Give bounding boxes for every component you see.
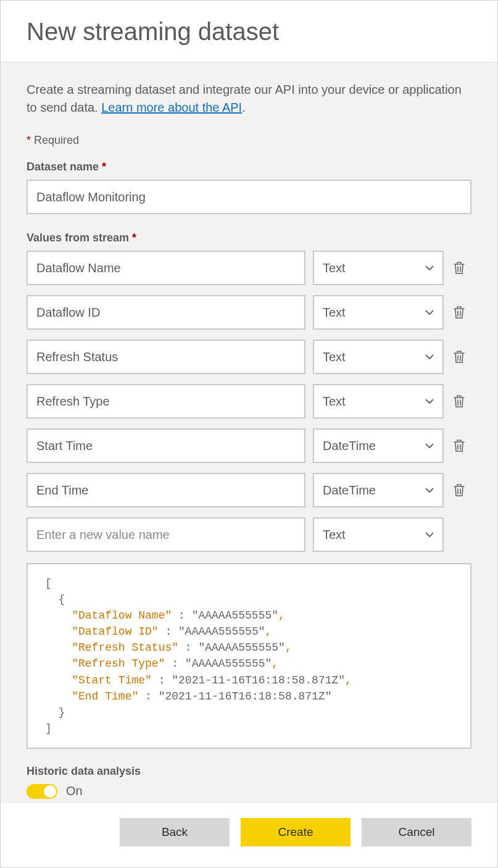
new-stream-value-type-select[interactable]: Text <box>313 517 444 552</box>
create-button[interactable]: Create <box>241 818 351 846</box>
required-legend: * Required <box>27 134 471 147</box>
historic-toggle-row: On <box>27 784 471 799</box>
historic-toggle[interactable] <box>27 784 57 799</box>
historic-analysis-label: Historic data analysis <box>27 765 471 778</box>
chevron-down-icon <box>425 354 434 360</box>
back-button[interactable]: Back <box>120 818 230 846</box>
stream-value-type-select[interactable]: DateTime <box>313 428 444 463</box>
select-value: Text <box>323 394 346 409</box>
stream-value-type-select[interactable]: Text <box>313 384 444 419</box>
chevron-down-icon <box>425 265 434 271</box>
select-value: Text <box>323 261 346 275</box>
required-label: Required <box>34 134 79 146</box>
stream-value-name-input[interactable] <box>27 340 305 374</box>
select-value: Text <box>323 528 346 542</box>
trash-icon <box>453 483 465 498</box>
dataset-name-input[interactable] <box>27 180 471 214</box>
select-value: DateTime <box>323 483 376 498</box>
stream-value-name-input[interactable] <box>27 428 305 463</box>
stream-value-row: Text <box>27 384 471 419</box>
dataset-name-label-text: Dataset name <box>27 161 99 173</box>
select-value: Text <box>323 350 346 364</box>
required-asterisk: * <box>132 232 136 244</box>
required-asterisk: * <box>27 134 31 146</box>
select-value: Text <box>323 306 346 320</box>
page-title: New streaming dataset <box>27 18 471 46</box>
intro-period: . <box>242 101 246 114</box>
stream-value-row: DateTime <box>27 428 471 463</box>
chevron-down-icon <box>425 532 434 538</box>
stream-value-name-input[interactable] <box>27 384 305 419</box>
stream-values-list: TextTextTextTextDateTimeDateTimeText <box>27 251 471 552</box>
stream-value-new-row: Text <box>27 517 471 552</box>
trash-icon <box>453 349 465 364</box>
trash-icon <box>453 438 465 453</box>
required-asterisk: * <box>102 161 106 173</box>
stream-value-row: Text <box>27 340 471 374</box>
stream-value-row: Text <box>27 295 471 330</box>
json-preview: [ { "Dataflow Name" : "AAAAA555555", "Da… <box>27 563 471 749</box>
trash-icon <box>453 261 465 275</box>
delete-stream-value-button[interactable] <box>451 438 467 453</box>
stream-value-name-input[interactable] <box>27 251 305 285</box>
intro-paragraph: Create a streaming dataset and integrate… <box>27 81 471 117</box>
dialog-body: Create a streaming dataset and integrate… <box>1 62 497 803</box>
new-stream-value-input[interactable] <box>27 517 305 552</box>
select-value: DateTime <box>323 439 376 453</box>
historic-toggle-state: On <box>66 784 83 798</box>
stream-value-name-input[interactable] <box>27 295 305 330</box>
delete-stream-value-button[interactable] <box>451 261 467 275</box>
toggle-knob <box>44 785 56 798</box>
cancel-button[interactable]: Cancel <box>362 818 471 846</box>
delete-stream-value-button[interactable] <box>451 483 467 498</box>
delete-stream-value-button[interactable] <box>451 349 467 364</box>
dataset-name-label: Dataset name * <box>27 161 471 173</box>
stream-value-row: DateTime <box>27 473 471 507</box>
chevron-down-icon <box>425 310 434 315</box>
learn-more-link[interactable]: Learn more about the API <box>101 101 242 114</box>
stream-value-row: Text <box>27 251 471 285</box>
stream-value-type-select[interactable]: Text <box>313 340 444 374</box>
trash-icon <box>453 394 465 409</box>
delete-stream-value-button[interactable] <box>451 305 467 320</box>
stream-value-type-select[interactable]: Text <box>313 251 444 285</box>
dialog-header: New streaming dataset <box>1 1 497 62</box>
chevron-down-icon <box>425 443 434 449</box>
chevron-down-icon <box>425 399 434 404</box>
stream-value-type-select[interactable]: Text <box>313 295 444 330</box>
stream-value-name-input[interactable] <box>27 473 305 507</box>
dialog-footer: Back Create Cancel <box>1 803 497 867</box>
delete-stream-value-button[interactable] <box>451 394 467 409</box>
values-label-text: Values from stream <box>27 232 129 244</box>
values-from-stream-label: Values from stream * <box>27 232 471 244</box>
stream-value-type-select[interactable]: DateTime <box>313 473 444 507</box>
chevron-down-icon <box>425 488 434 493</box>
trash-icon <box>453 305 465 320</box>
